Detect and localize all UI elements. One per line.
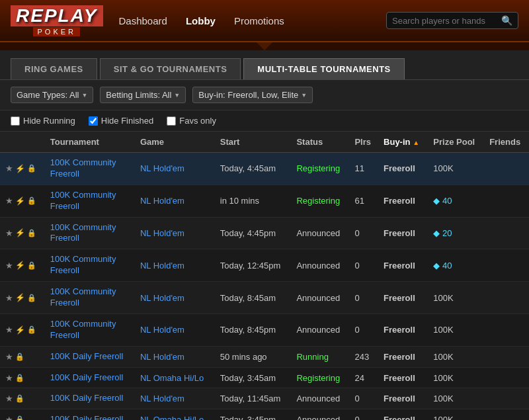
- tournament-name[interactable]: 100K Daily Freeroll: [50, 414, 124, 420]
- search-input[interactable]: [392, 16, 501, 26]
- tournament-name[interactable]: 100K CommunityFreeroll: [50, 190, 116, 211]
- buyin-cell: Freeroll: [378, 185, 428, 217]
- tournament-name[interactable]: 100K CommunityFreeroll: [50, 254, 116, 275]
- tournament-name[interactable]: 100K CommunityFreeroll: [50, 222, 116, 243]
- game-cell: NL Omaha Hi/Lo: [135, 409, 215, 420]
- friends-cell: [484, 346, 529, 367]
- filter-buyin[interactable]: Buy-in: Freeroll, Low, Elite: [192, 87, 313, 103]
- tournament-name-cell: 100K CommunityFreeroll: [45, 249, 135, 282]
- prize-cell: ◆ 40: [428, 249, 484, 282]
- start-time: Today, 4:45pm: [220, 228, 276, 238]
- nav-lobby[interactable]: Lobby: [186, 15, 216, 26]
- col-players: Plrs: [349, 132, 378, 153]
- table-row[interactable]: ★⚡🔒100K CommunityFreerollNL Hold'emToday…: [0, 249, 529, 282]
- prize-pool: ◆ 40: [433, 261, 452, 271]
- bolt-icon: ⚡: [15, 325, 25, 335]
- status-badge: Registering: [296, 373, 340, 383]
- nav-dashboard[interactable]: Dashboard: [119, 15, 167, 26]
- star-icon[interactable]: ★: [5, 394, 13, 403]
- filter-game-types[interactable]: Game Types: All: [11, 87, 93, 103]
- start-time: Today, 4:45am: [220, 163, 276, 173]
- tournaments-table: Tournament Game Start Status Plrs Buy-in…: [0, 132, 529, 420]
- start-cell: Today, 4:45pm: [215, 217, 292, 249]
- checkbox-hide-finished[interactable]: Hide Finished: [89, 116, 154, 126]
- tournament-name[interactable]: 100K CommunityFreeroll: [50, 157, 116, 179]
- game-cell: NL Hold'em: [135, 185, 215, 217]
- players-cell: 0: [349, 249, 378, 282]
- status-badge: Announced: [296, 261, 340, 271]
- table-row[interactable]: ★🔒100K Daily FreerollNL Omaha Hi/LoToday…: [0, 409, 529, 420]
- checkbox-favs-only[interactable]: Favs only: [167, 116, 216, 126]
- buyin-cell: Freeroll: [378, 217, 428, 249]
- star-icon[interactable]: ★: [5, 228, 13, 238]
- tournament-name-cell: 100K CommunityFreeroll: [45, 217, 135, 249]
- friends-cell: [484, 249, 529, 282]
- tournament-name[interactable]: 100K Daily Freeroll: [50, 372, 124, 382]
- status-cell: Announced: [291, 388, 349, 409]
- prize-pool: 100K: [433, 373, 453, 383]
- table-row[interactable]: ★⚡🔒100K CommunityFreerollNL Hold'emToday…: [0, 153, 529, 185]
- icons-cell: ★🔒: [0, 409, 45, 420]
- table-row[interactable]: ★🔒100K Daily FreerollNL Hold'em50 mins a…: [0, 346, 529, 367]
- hide-running-input[interactable]: [11, 116, 20, 126]
- nav-promotions[interactable]: Promotions: [234, 15, 284, 26]
- star-icon[interactable]: ★: [5, 293, 13, 303]
- tournament-name[interactable]: 100K Daily Freeroll: [50, 393, 124, 403]
- table-header-row: Tournament Game Start Status Plrs Buy-in…: [0, 132, 529, 153]
- players-cell: 61: [349, 185, 378, 217]
- buyin-cell: Freeroll: [378, 314, 428, 346]
- star-icon[interactable]: ★: [5, 196, 13, 206]
- lock-icon: 🔒: [27, 229, 36, 237]
- friends-cell: [484, 217, 529, 249]
- tabs-bar: Ring Games Sit & Go Tournaments Multi-Ta…: [0, 50, 529, 80]
- start-time: Today, 12:45pm: [220, 261, 281, 271]
- hide-finished-label: Hide Finished: [101, 116, 154, 126]
- star-icon[interactable]: ★: [5, 325, 13, 335]
- prize-pool: 100K: [433, 415, 453, 420]
- logo[interactable]: REPLAY POKER: [11, 5, 103, 36]
- hide-finished-input[interactable]: [89, 116, 98, 126]
- table-row[interactable]: ★🔒100K Daily FreerollNL Omaha Hi/LoToday…: [0, 367, 529, 388]
- favs-only-input[interactable]: [167, 116, 176, 126]
- search-icon: 🔍: [501, 15, 512, 26]
- col-buyin[interactable]: Buy-in ▲: [378, 132, 428, 153]
- star-icon[interactable]: ★: [5, 261, 13, 271]
- checkbox-hide-running[interactable]: Hide Running: [11, 116, 75, 126]
- lock-icon: 🔒: [27, 325, 36, 334]
- star-icon[interactable]: ★: [5, 415, 13, 420]
- star-icon[interactable]: ★: [5, 163, 13, 173]
- friends-cell: [484, 282, 529, 314]
- tab-ring-games[interactable]: Ring Games: [11, 58, 97, 79]
- lock-icon: 🔒: [15, 353, 24, 361]
- start-cell: Today, 8:45pm: [215, 314, 292, 346]
- table-row[interactable]: ★⚡🔒100K CommunityFreerollNL Hold'emToday…: [0, 314, 529, 346]
- star-icon[interactable]: ★: [5, 352, 13, 362]
- header: REPLAY POKER Dashboard Lobby Promotions …: [0, 0, 529, 42]
- start-time: Today, 3:45am: [220, 373, 276, 383]
- status-cell: Registering: [291, 185, 349, 217]
- tournament-name-cell: 100K CommunityFreeroll: [45, 314, 135, 346]
- nav-pointer: [0, 42, 529, 50]
- search-bar[interactable]: 🔍: [386, 12, 518, 29]
- start-cell: Today, 4:45am: [215, 153, 292, 185]
- filter-betting-limits[interactable]: Betting Limits: All: [100, 87, 186, 103]
- table-container: Tournament Game Start Status Plrs Buy-in…: [0, 132, 529, 420]
- table-row[interactable]: ★⚡🔒100K CommunityFreerollNL Hold'emToday…: [0, 282, 529, 314]
- table-row[interactable]: ★⚡🔒100K CommunityFreerollNL Hold'emin 10…: [0, 185, 529, 217]
- tournament-name[interactable]: 100K CommunityFreeroll: [50, 286, 116, 308]
- star-icon[interactable]: ★: [5, 373, 13, 383]
- tab-multi-table[interactable]: Multi-Table Tournaments: [243, 58, 404, 79]
- game-cell: NL Hold'em: [135, 249, 215, 282]
- tournament-name[interactable]: 100K Daily Freeroll: [50, 351, 124, 361]
- tab-sit-and-go[interactable]: Sit & Go Tournaments: [100, 58, 241, 79]
- table-row[interactable]: ★⚡🔒100K CommunityFreerollNL Hold'emToday…: [0, 217, 529, 249]
- table-row[interactable]: ★🔒100K Daily FreerollNL Hold'emToday, 11…: [0, 388, 529, 409]
- game-cell: NL Omaha Hi/Lo: [135, 367, 215, 388]
- icons-cell: ★⚡🔒: [0, 153, 45, 185]
- lock-icon: 🔒: [27, 294, 36, 302]
- buyin-cell: Freeroll: [378, 409, 428, 420]
- tournament-name[interactable]: 100K CommunityFreeroll: [50, 319, 116, 340]
- prize-pool: 100K: [433, 325, 453, 335]
- icons-cell: ★⚡🔒: [0, 249, 45, 282]
- col-icons: [0, 132, 45, 153]
